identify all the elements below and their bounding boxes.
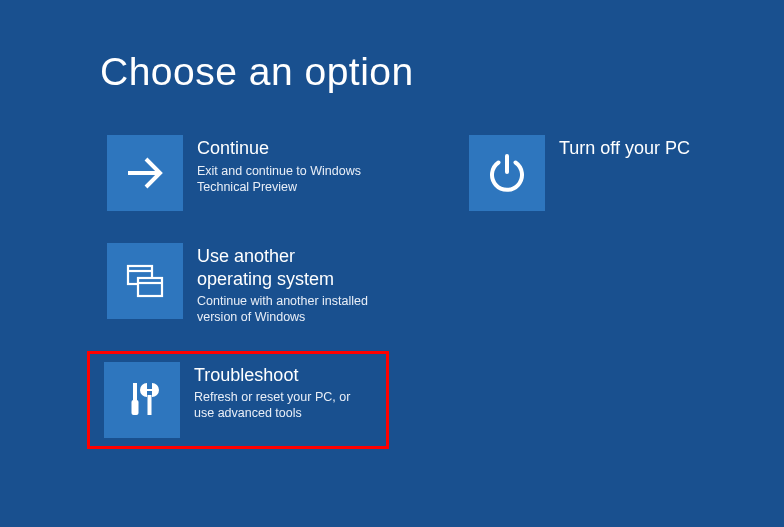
option-title: Continue xyxy=(197,137,373,160)
option-title: Turn off your PC xyxy=(559,137,690,160)
option-use-another-os[interactable]: Use another operating system Continue wi… xyxy=(100,236,380,333)
svg-rect-6 xyxy=(132,400,139,415)
options-column-left: Continue Exit and continue to Windows Te… xyxy=(100,128,380,449)
svg-rect-3 xyxy=(138,278,162,296)
page-title: Choose an option xyxy=(100,50,784,94)
arrow-right-icon xyxy=(107,135,183,211)
option-continue[interactable]: Continue Exit and continue to Windows Te… xyxy=(100,128,380,218)
options-column-right: Turn off your PC xyxy=(462,128,742,449)
svg-rect-5 xyxy=(133,383,137,400)
option-desc: Exit and continue to Windows Technical P… xyxy=(197,163,373,196)
tools-icon xyxy=(104,362,180,438)
option-turn-off-pc[interactable]: Turn off your PC xyxy=(462,128,742,218)
svg-rect-7 xyxy=(148,395,152,415)
windows-switch-icon xyxy=(107,243,183,319)
option-title: Use another operating system xyxy=(197,245,373,290)
option-troubleshoot[interactable]: Troubleshoot Refresh or reset your PC, o… xyxy=(87,351,389,449)
power-icon xyxy=(469,135,545,211)
option-desc: Refresh or reset your PC, or use advance… xyxy=(194,389,372,422)
option-desc: Continue with another installed version … xyxy=(197,293,373,326)
option-title: Troubleshoot xyxy=(194,364,372,387)
